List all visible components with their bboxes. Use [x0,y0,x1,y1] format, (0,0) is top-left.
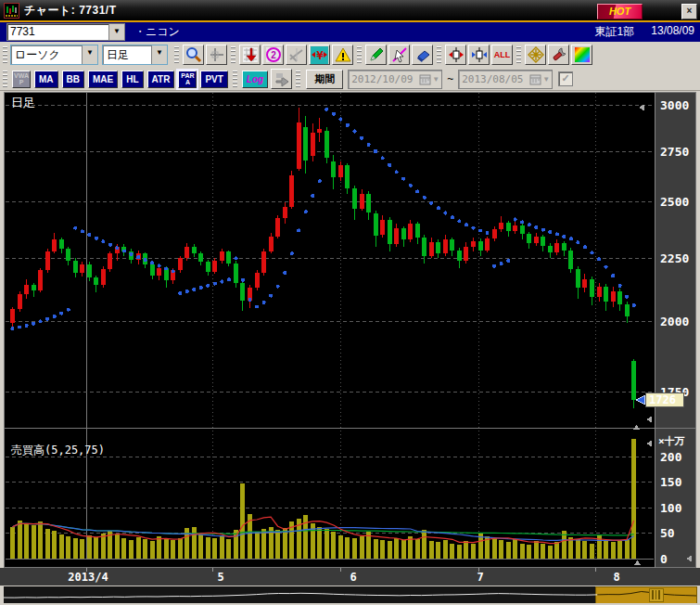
chevron-down-icon[interactable]: ▼ [82,45,97,64]
date-range-tilde: ~ [447,72,453,85]
alert-button[interactable] [332,45,353,65]
indicator-bb-button[interactable]: BB [62,71,84,88]
period-button[interactable]: 期間 [306,70,343,89]
date-from-field[interactable]: 2012/10/09 ▼ [348,70,442,89]
chevron-down-icon[interactable]: ▼ [542,75,550,84]
toolbar-grip [3,71,7,87]
settings-button[interactable] [548,45,569,65]
svg-text:2500: 2500 [660,195,689,209]
crosshair-button[interactable] [206,45,227,65]
symbol-name: ・ニコン [134,24,180,40]
toolbar-grip [233,71,237,87]
log-scale-button[interactable]: Log [242,71,268,88]
color-button[interactable] [571,45,592,65]
calendar-icon [419,73,431,85]
symbol-code: 7731 [7,24,108,40]
timeframe-combobox[interactable]: 日足 ▼ [102,45,168,65]
toolbar-grip [3,46,7,63]
svg-text:3000: 3000 [660,98,689,112]
zoom-button[interactable] [183,45,204,65]
main-toolbar: ローソク ▼ 日足 ▼ 2 ¥ [0,42,700,68]
x-axis-month-label: 2013/4 [68,571,108,584]
x-axis-month-label: 8 [613,571,619,584]
market-label: 東証1部 [595,24,635,40]
close-button[interactable]: × [681,4,697,19]
candle-expand-icon [448,46,465,63]
indicator-ma-button[interactable]: MA [34,71,58,88]
wrench-icon [551,46,567,63]
svg-text:150: 150 [660,475,682,489]
hot-button[interactable]: HOT [597,4,643,19]
chart-app-window: チャート: 7731/T HOT × 7731 ▼ ・ニコン 東証1部 13/0… [0,0,700,605]
svg-text:100: 100 [660,501,682,515]
indicator-mae-button[interactable]: MAE [88,71,118,88]
indicator-hl-button[interactable]: HL [121,71,143,88]
chart-type-combobox[interactable]: ローソク ▼ [10,45,98,65]
svg-text:2000: 2000 [660,315,689,328]
date-to-field[interactable]: 2013/08/05 ▼ [458,70,553,89]
indicator-pvt-button[interactable]: PVT [200,71,227,88]
export-button[interactable] [271,69,292,89]
minimap-grip[interactable] [649,588,663,601]
warning-icon [335,46,351,63]
search-icon [185,46,202,63]
x-axis-month-label: 5 [217,571,223,584]
svg-text:0: 0 [660,552,668,566]
toolbar-grip [174,46,179,63]
calendar-icon [529,73,541,85]
price-arrow-tool-button[interactable] [239,45,261,65]
svg-text:×十万: ×十万 [658,435,685,447]
date-to-value: 2013/08/05 [459,73,529,85]
svg-text:2750: 2750 [660,145,689,159]
chart-type-value: ローソク [11,45,82,64]
pencil-icon [368,46,385,63]
mesh-icon [528,46,544,63]
show-all-button[interactable]: ALL [491,45,513,65]
chevron-down-icon[interactable]: ▼ [432,75,439,84]
toolbar-grip [296,71,300,87]
title-bar: チャート: 7731/T HOT × [0,0,700,20]
down-arrow-chart-icon [242,46,259,63]
toolbar-grip [357,46,362,63]
eraser-button[interactable] [412,45,433,65]
draw-pencil-button[interactable] [365,45,387,65]
circled-2-icon: 2 [265,46,282,63]
svg-text:2: 2 [271,50,276,60]
crosshair-icon [209,46,225,63]
widen-bars-button[interactable] [445,45,466,65]
chevron-down-icon[interactable]: ▼ [108,24,124,40]
svg-text:200: 200 [660,450,682,464]
symbol-code-combobox[interactable]: 7731 ▼ [6,23,125,41]
toolbar-grip [516,46,521,63]
candle-shrink-icon [471,46,488,63]
symbol-bar: 7731 ▼ ・ニコン 東証1部 13/08/09 [0,22,700,42]
window-title: チャート: 7731/T [24,3,117,19]
toolbar-grip [437,46,441,63]
svg-text:¥: ¥ [316,49,324,62]
arrow-export-icon [274,71,290,87]
narrow-bars-button[interactable] [468,45,490,65]
chart-region: 300027502500225020001750200150100500×十万日… [0,90,700,605]
yen-arrows-icon: ¥ [311,46,328,64]
svg-text:50: 50 [660,526,675,540]
indicator-atr-button[interactable]: ATR [147,71,175,88]
range-checkbox[interactable]: ✓ [558,71,573,86]
svg-text:2250: 2250 [660,251,689,265]
rainbow-icon [574,46,591,63]
pattern-button[interactable] [525,45,546,65]
trendline-tool-button[interactable] [286,45,307,65]
yen-reversal-button[interactable]: ¥ [309,45,330,65]
select-line-button[interactable] [388,45,410,65]
svg-text:1726: 1726 [649,393,676,406]
x-axis-month-label: 6 [350,571,356,584]
chevron-down-icon[interactable]: ▼ [151,45,167,64]
volume-pane-label: 売買高(5,25,75) [11,444,105,457]
trend-lines-icon [288,46,305,63]
indicator-para-button[interactable]: PARA [178,71,197,88]
cursor-line-icon [391,46,408,63]
price-volume-chart[interactable]: 300027502500225020001750200150100500×十万日… [0,90,700,605]
eraser-icon [414,46,431,63]
circled-2-tool-button[interactable]: 2 [262,45,284,65]
indicator-toolbar: VWAP MA BB MAE HL ATR PARA PVT Log 期間 20… [0,68,700,91]
indicator-vwap-button[interactable]: VWAP [12,71,31,88]
